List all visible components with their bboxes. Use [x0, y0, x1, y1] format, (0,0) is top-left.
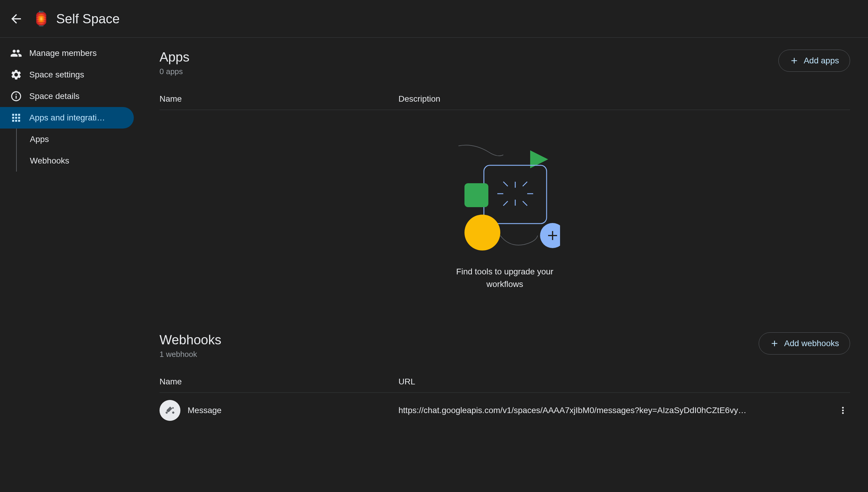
apps-section-title: Apps — [159, 50, 189, 65]
sidebar-subitem-webhooks[interactable]: Webhooks — [0, 150, 134, 172]
svg-line-5 — [503, 182, 508, 186]
plus-icon — [770, 339, 779, 348]
webhooks-column-name: Name — [159, 377, 398, 387]
webhook-name: Message — [188, 405, 221, 415]
empty-illustration — [450, 140, 560, 253]
members-icon — [9, 46, 23, 60]
webhooks-section-title: Webhooks — [159, 333, 221, 347]
sidebar-subitem-apps[interactable]: Apps — [0, 128, 134, 150]
webhook-row-menu-button[interactable] — [836, 403, 850, 418]
apps-empty-state: Find tools to upgrade your workflows — [159, 110, 850, 315]
svg-line-7 — [523, 182, 527, 186]
webhooks-column-url: URL — [398, 377, 850, 387]
space-avatar-icon: 🏮 — [32, 10, 50, 28]
sidebar-item-space-settings[interactable]: Space settings — [0, 64, 134, 85]
svg-line-8 — [503, 201, 508, 206]
back-button[interactable] — [9, 11, 23, 26]
more-vert-icon — [838, 405, 848, 416]
sidebar-item-label: Space settings — [29, 70, 84, 79]
webhook-icon — [163, 404, 177, 417]
add-apps-label: Add apps — [804, 56, 839, 66]
main-content: Apps 0 apps Add apps Name Description — [139, 38, 868, 492]
info-icon — [9, 89, 23, 103]
apps-column-description: Description — [398, 94, 850, 104]
webhooks-table-header: Name URL — [159, 371, 850, 393]
apps-table-header: Name Description — [159, 88, 850, 110]
webhooks-count: 1 webhook — [159, 350, 221, 359]
sidebar-item-label: Space details — [29, 92, 79, 101]
add-apps-button[interactable]: Add apps — [779, 50, 850, 72]
svg-line-6 — [523, 201, 527, 206]
svg-point-10 — [465, 215, 500, 250]
sidebar-item-manage-members[interactable]: Manage members — [0, 43, 134, 64]
apps-column-name: Name — [159, 94, 398, 104]
sidebar-subitem-label: Apps — [30, 134, 49, 144]
apps-icon — [9, 110, 23, 125]
apps-count: 0 apps — [159, 67, 189, 76]
arrow-left-icon — [9, 11, 23, 26]
sidebar-item-space-details[interactable]: Space details — [0, 85, 134, 107]
svg-rect-0 — [484, 165, 547, 224]
gear-icon — [9, 68, 23, 82]
webhook-avatar — [159, 400, 180, 421]
webhook-table-row: Message https://chat.googleapis.com/v1/s… — [159, 393, 850, 428]
sidebar: Manage members Space settings Space deta… — [0, 38, 139, 492]
sidebar-item-label: Manage members — [29, 48, 97, 58]
svg-rect-9 — [465, 183, 489, 207]
add-webhooks-button[interactable]: Add webhooks — [759, 333, 850, 354]
webhook-url: https://chat.googleapis.com/v1/spaces/AA… — [398, 405, 831, 415]
add-webhooks-label: Add webhooks — [784, 339, 839, 348]
app-header: 🏮 Self Space — [0, 0, 868, 38]
sidebar-item-apps-integrations[interactable]: Apps and integrati… — [0, 107, 134, 128]
space-title: Self Space — [56, 11, 120, 26]
apps-empty-message: Find tools to upgrade your workflows — [445, 265, 564, 291]
sidebar-subitem-label: Webhooks — [30, 156, 69, 166]
sidebar-item-label: Apps and integrati… — [29, 113, 105, 123]
plus-icon — [789, 56, 799, 66]
